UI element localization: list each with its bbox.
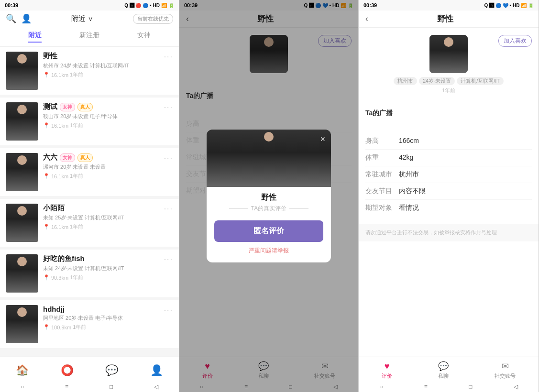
pin-icon: 📍 xyxy=(43,173,50,179)
profile-bottom-nav-3: ♥ 评价 💬 私聊 ✉ 社交账号 xyxy=(359,357,539,381)
user-list: 野性 杭州市 24岁·未设置 计算机/互联网/IT 📍 16.1km 1年前 ·… xyxy=(0,47,179,357)
user-name: 好吃的鱼fish xyxy=(43,254,173,263)
tab-goddess[interactable]: 女神 xyxy=(137,31,151,43)
target-row: 期望对象 看情况 xyxy=(365,200,532,216)
chat-icon-3: 💬 xyxy=(438,361,449,371)
city-row: 常驻城市 杭州市 xyxy=(365,166,532,183)
pin-icon: 📍 xyxy=(43,122,50,129)
user-info: hdhdjj 阿里地区 20岁·未设置 电子/半导体 📍 100.9km 1年前 xyxy=(43,305,173,331)
nav-profile[interactable]: 👤 xyxy=(150,364,163,377)
user-location: 📍 100.9km 1年前 xyxy=(43,324,173,331)
nav-review-3[interactable]: ♥ 评价 xyxy=(382,361,392,380)
list-item[interactable]: 好吃的鱼fish 未知 24岁·未设置 计算机/互联网/IT 📍 90.3km … xyxy=(0,250,179,297)
list-item[interactable]: 野性 杭州市 24岁·未设置 计算机/互联网/IT 📍 16.1km 1年前 ·… xyxy=(0,47,179,95)
heart-icon-3: ♥ xyxy=(385,361,390,371)
user-info: 测试 女神 真人 鞍山市 20岁·未设置 电子/半导体 📍 16.1km 1年前 xyxy=(43,102,173,129)
join-like-button-3[interactable]: 加入喜欢 xyxy=(498,35,532,47)
list-item[interactable]: 小陌陌 未知 25岁·未设置 计算机/互联网/IT 📍 16.1km 1年前 ·… xyxy=(0,199,179,247)
user-meta: 杭州市 24岁·未设置 计算机/互联网/IT xyxy=(43,62,173,69)
avatar xyxy=(6,254,38,293)
android-home[interactable]: ≡ xyxy=(65,383,68,390)
more-button[interactable]: ··· xyxy=(164,53,173,61)
meta-city: 杭州市 xyxy=(394,77,417,85)
status-icons-1: Q 🅰 🔴 🔵 • HD 📶 🔋 xyxy=(124,3,174,8)
online-filter[interactable]: 当前在线优先 xyxy=(133,14,173,24)
time-3: 00:39 xyxy=(363,2,377,8)
user-location: 📍 16.1km 1年前 xyxy=(43,223,173,230)
weight-row: 体重 42kg xyxy=(365,150,532,166)
android-square[interactable]: □ xyxy=(110,383,113,390)
user-meta: 未知 25岁·未设置 计算机/互联网/IT xyxy=(43,214,173,221)
height-row: 身高 166cm xyxy=(365,133,532,150)
report-text[interactable]: 严重问题请举报 xyxy=(207,247,331,255)
user-name: 六六 女神 真人 xyxy=(43,153,173,162)
pin-icon: 📍 xyxy=(43,324,50,330)
modal-user-preview xyxy=(207,130,331,187)
tab-bar-1: 附近 新注册 女神 xyxy=(0,27,179,47)
nav-explore[interactable]: ⭕ xyxy=(61,364,74,377)
more-button[interactable]: ··· xyxy=(164,205,173,213)
header-center[interactable]: 附近 ∨ xyxy=(71,14,93,23)
user-info: 六六 女神 真人 漯河市 20岁·未设置 未设置 📍 16.1km 1年前 xyxy=(43,153,173,180)
android-back[interactable]: ◁ xyxy=(154,383,158,390)
user-name: hdhdjj xyxy=(43,305,173,313)
android-back[interactable]: ◁ xyxy=(514,383,518,390)
more-button[interactable]: ··· xyxy=(164,306,173,315)
pin-icon: 📍 xyxy=(43,224,50,230)
android-nav-1: ○ ≡ □ ◁ xyxy=(0,381,179,392)
time-1: 00:39 xyxy=(5,2,18,8)
avatar xyxy=(6,52,38,90)
real-tag: 真人 xyxy=(77,103,93,111)
meta-time: 1年前 xyxy=(442,87,455,94)
list-item[interactable]: 六六 女神 真人 漯河市 20岁·未设置 未设置 📍 16.1km 1年前 ··… xyxy=(0,148,179,196)
android-circle[interactable]: ○ xyxy=(21,383,24,390)
phone1-header: 🔍 👤 附近 ∨ 当前在线优先 xyxy=(0,11,179,27)
modal-close-button[interactable]: × xyxy=(320,134,325,144)
disclaimer-3: 请勿通过平台进行不法交易，如被举报核实将作封号处理 xyxy=(359,224,539,241)
nav-chat[interactable]: 💬 xyxy=(105,364,118,377)
nav-chat-label-3: 私聊 xyxy=(438,372,449,380)
user-location: 📍 16.1km 1年前 xyxy=(43,173,173,180)
back-button-3[interactable]: ‹ xyxy=(365,14,368,24)
nav-social-3[interactable]: ✉ 社交账号 xyxy=(495,361,516,380)
nav-review-label-3: 评价 xyxy=(382,372,392,380)
height-label: 身高 xyxy=(365,137,399,145)
profile-details-3: 身高 166cm 体重 42kg 常驻城市 杭州市 交友节目 内容不限 期望对象… xyxy=(359,128,539,221)
target-value: 看情况 xyxy=(399,204,532,212)
user-info: 野性 杭州市 24岁·未设置 计算机/互联网/IT 📍 16.1km 1年前 xyxy=(43,52,173,78)
pin-icon: 📍 xyxy=(43,72,50,78)
android-circle[interactable]: ○ xyxy=(379,383,383,390)
user-location: 📍 16.1km 1年前 xyxy=(43,122,173,129)
weight-value: 42kg xyxy=(399,153,532,162)
nav-chat-3[interactable]: 💬 私聊 xyxy=(438,361,449,380)
search-icon[interactable]: 🔍 xyxy=(6,13,16,24)
header-left: 🔍 👤 xyxy=(6,13,32,24)
anonymous-review-button[interactable]: 匿名评价 xyxy=(214,220,323,242)
page-title-3: 野性 xyxy=(437,13,453,24)
avatar xyxy=(6,102,38,141)
person-icon[interactable]: 👤 xyxy=(21,13,32,24)
city-label: 常驻城市 xyxy=(365,170,399,179)
broadcast-title-3: Ta的广播 xyxy=(365,109,532,118)
android-square[interactable]: □ xyxy=(469,383,472,390)
tab-nearby[interactable]: 附近 xyxy=(28,31,42,43)
android-home[interactable]: ≡ xyxy=(424,383,428,390)
user-meta: 鞍山市 20岁·未设置 电子/半导体 xyxy=(43,113,173,120)
profile-top-3: 加入喜欢 杭州市 24岁·未设置 计算机/互联网/IT 1年前 xyxy=(359,28,539,101)
pin-icon: 📍 xyxy=(43,274,50,281)
more-button[interactable]: ··· xyxy=(164,154,173,163)
modal-overlay[interactable]: × 野性 TA的真实评价 匿名评价 严重问题请举报 xyxy=(179,0,358,392)
nav-home[interactable]: 🏠 xyxy=(16,364,29,377)
list-item[interactable]: 测试 女神 真人 鞍山市 20岁·未设置 电子/半导体 📍 16.1km 1年前… xyxy=(0,98,179,145)
user-meta: 阿里地区 20岁·未设置 电子/半导体 xyxy=(43,315,173,322)
user-info: 好吃的鱼fish 未知 24岁·未设置 计算机/互联网/IT 📍 90.3km … xyxy=(43,254,173,281)
broadcast-section-3: Ta的广播 xyxy=(359,104,539,125)
more-button[interactable]: ··· xyxy=(164,103,173,112)
list-item[interactable]: hdhdjj 阿里地区 20岁·未设置 电子/半导体 📍 100.9km 1年前… xyxy=(0,300,179,348)
social-label: 交友节目 xyxy=(365,187,399,196)
android-nav-3: ○ ≡ □ ◁ xyxy=(359,381,539,392)
tab-newreg[interactable]: 新注册 xyxy=(79,31,99,43)
meta-industry: 计算机/互联网/IT xyxy=(457,77,504,85)
more-button[interactable]: ··· xyxy=(164,255,173,264)
phone-1: 00:39 Q 🅰 🔴 🔵 • HD 📶 🔋 🔍 👤 附近 ∨ 当前在线优先 附… xyxy=(0,0,179,392)
